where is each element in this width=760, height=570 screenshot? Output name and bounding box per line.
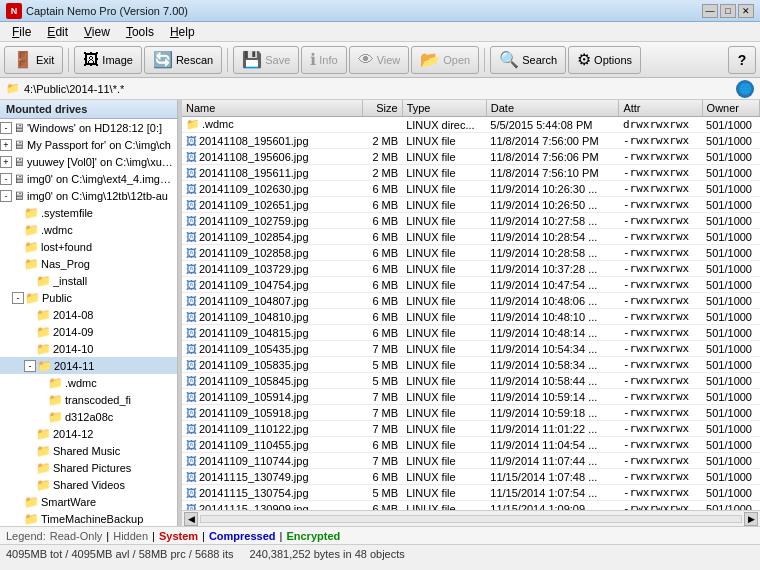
table-row[interactable]: 🖼20141108_195606.jpg2 MBLINUX file11/8/2… [182, 149, 760, 165]
table-row[interactable]: 🖼20141109_104810.jpg6 MBLINUX file11/9/2… [182, 309, 760, 325]
table-row[interactable]: 🖼20141109_104807.jpg6 MBLINUX file11/9/2… [182, 293, 760, 309]
exit-button[interactable]: 🚪 Exit [4, 46, 63, 74]
help-button[interactable]: ? [728, 46, 756, 74]
tree-toggle-windows[interactable]: - [0, 122, 12, 134]
cell-size: 5 MB [362, 485, 402, 501]
tree-item-shared_music[interactable]: 📁Shared Music [0, 442, 177, 459]
tree-item-2014-12[interactable]: 📁2014-12 [0, 425, 177, 442]
table-row[interactable]: 🖼20141109_105914.jpg7 MBLINUX file11/9/2… [182, 389, 760, 405]
menu-tools[interactable]: Tools [118, 23, 162, 41]
table-row[interactable]: 🖼20141115_130749.jpg6 MBLINUX file11/15/… [182, 469, 760, 485]
close-button[interactable]: ✕ [738, 4, 754, 18]
menu-file[interactable]: File [4, 23, 39, 41]
tree-label-public: Public [42, 292, 72, 304]
tree-item-systemfile[interactable]: 📁.systemfile [0, 204, 177, 221]
image-button[interactable]: 🖼 Image [74, 46, 142, 74]
horizontal-scrollbar[interactable]: ◀ ▶ [182, 510, 760, 526]
file-icon: 🖼 [186, 455, 197, 467]
info-button[interactable]: ℹ Info [301, 46, 346, 74]
table-row[interactable]: 🖼20141108_195601.jpg2 MBLINUX file11/8/2… [182, 133, 760, 149]
drive-icon-windows: 🖥 [13, 121, 25, 135]
tree-label-systemfile: .systemfile [41, 207, 93, 219]
table-row[interactable]: 🖼20141109_104815.jpg6 MBLINUX file11/9/2… [182, 325, 760, 341]
menu-view[interactable]: View [76, 23, 118, 41]
rescan-button[interactable]: 🔄 Rescan [144, 46, 222, 74]
tree-item-2014-10[interactable]: 📁2014-10 [0, 340, 177, 357]
cell-name: 🖼20141109_105835.jpg [182, 357, 362, 373]
table-row[interactable]: 🖼20141109_110455.jpg6 MBLINUX file11/9/2… [182, 437, 760, 453]
table-row[interactable]: 🖼20141109_105835.jpg5 MBLINUX file11/9/2… [182, 357, 760, 373]
minimize-button[interactable]: — [702, 4, 718, 18]
col-attr[interactable]: Attr [619, 100, 702, 117]
table-row[interactable]: 🖼20141109_104754.jpg6 MBLINUX file11/9/2… [182, 277, 760, 293]
tree-item-timemachine[interactable]: 📁TimeMachineBackup [0, 510, 177, 526]
menu-help[interactable]: Help [162, 23, 203, 41]
open-label: Open [443, 54, 470, 66]
cell-name: 🖼20141108_195606.jpg [182, 149, 362, 165]
tree-item-2014-09[interactable]: 📁2014-09 [0, 323, 177, 340]
table-row[interactable]: 🖼20141109_102759.jpg6 MBLINUX file11/9/2… [182, 213, 760, 229]
col-size[interactable]: Size [362, 100, 402, 117]
tree-item-passport[interactable]: +🖥My Passport for' on C:\img\ch [0, 136, 177, 153]
open-button[interactable]: 📂 Open [411, 46, 479, 74]
tree-item-d312a08c[interactable]: 📁d312a08c [0, 408, 177, 425]
tree-item-2014-08[interactable]: 📁2014-08 [0, 306, 177, 323]
table-row[interactable]: 🖼20141109_102630.jpg6 MBLINUX file11/9/2… [182, 181, 760, 197]
table-row[interactable]: 🖼20141109_102858.jpg6 MBLINUX file11/9/2… [182, 245, 760, 261]
table-row[interactable]: 📁.wdmcLINUX direc...5/5/2015 5:44:08 PMd… [182, 117, 760, 133]
table-row[interactable]: 🖼20141109_102854.jpg6 MBLINUX file11/9/2… [182, 229, 760, 245]
table-row[interactable]: 🖼20141109_103729.jpg6 MBLINUX file11/9/2… [182, 261, 760, 277]
tree-item-lost_found[interactable]: 📁lost+found [0, 238, 177, 255]
tree-item-wdmc[interactable]: 📁.wdmc [0, 221, 177, 238]
save-button[interactable]: 💾 Save [233, 46, 299, 74]
col-name[interactable]: Name [182, 100, 362, 117]
table-row[interactable]: 🖼20141109_105845.jpg5 MBLINUX file11/9/2… [182, 373, 760, 389]
tree-item-nas_prog[interactable]: 📁Nas_Prog [0, 255, 177, 272]
tree-toggle-img0_ext[interactable]: - [0, 173, 12, 185]
tree-toggle-yuuwey[interactable]: + [0, 156, 12, 168]
options-button[interactable]: ⚙ Options [568, 46, 641, 74]
table-row[interactable]: 🖼20141109_110122.jpg7 MBLINUX file11/9/2… [182, 421, 760, 437]
search-button[interactable]: 🔍 Search [490, 46, 566, 74]
maximize-button[interactable]: □ [720, 4, 736, 18]
col-date[interactable]: Date [486, 100, 619, 117]
file-icon: 🖼 [186, 375, 197, 387]
scroll-track[interactable] [200, 515, 742, 523]
tree-item-transcoded[interactable]: 📁transcoded_fi [0, 391, 177, 408]
table-row[interactable]: 🖼20141109_110744.jpg7 MBLINUX file11/9/2… [182, 453, 760, 469]
tree-toggle-public[interactable]: - [12, 292, 24, 304]
tree-toggle-2014-11[interactable]: - [24, 360, 36, 372]
tree-item-windows[interactable]: -🖥'Windows' on HD128:12 [0:] [0, 119, 177, 136]
col-owner[interactable]: Owner [702, 100, 759, 117]
table-row[interactable]: 🖼20141109_105918.jpg7 MBLINUX file11/9/2… [182, 405, 760, 421]
folder-icon-lost_found: 📁 [24, 240, 39, 254]
cell-date: 11/9/2014 10:48:10 ... [486, 309, 619, 325]
tree-item-wdmc2[interactable]: 📁.wdmc [0, 374, 177, 391]
cell-size: 7 MB [362, 421, 402, 437]
tree-item-yuuwey[interactable]: +🖥yuuwey [Vol0]' on C:\img\xuwe [0, 153, 177, 170]
table-header-row: Name Size Type Date Attr Owner [182, 100, 760, 117]
view-button[interactable]: 👁 View [349, 46, 410, 74]
cell-date: 11/9/2014 10:28:54 ... [486, 229, 619, 245]
tree-toggle-img0_12tb[interactable]: - [0, 190, 12, 202]
file-table-body: 📁.wdmcLINUX direc...5/5/2015 5:44:08 PMd… [182, 117, 760, 511]
tree-item-shared_videos[interactable]: 📁Shared Videos [0, 476, 177, 493]
tree-item-smartware[interactable]: 📁SmartWare [0, 493, 177, 510]
tree-item-img0_12tb[interactable]: -🖥img0' on C:\img\12tb\12tb-au [0, 187, 177, 204]
table-row[interactable]: 🖼20141115_130909.jpg6 MBLINUX file11/15/… [182, 501, 760, 511]
table-row[interactable]: 🖼20141108_195611.jpg2 MBLINUX file11/8/2… [182, 165, 760, 181]
tree-item-shared_pictures[interactable]: 📁Shared Pictures [0, 459, 177, 476]
tree-item-public[interactable]: -📁Public [0, 289, 177, 306]
tree-item-_install[interactable]: 📁_install [0, 272, 177, 289]
tree-toggle-passport[interactable]: + [0, 139, 12, 151]
folder-icon-2014-11: 📁 [37, 359, 52, 373]
scroll-left-button[interactable]: ◀ [184, 512, 198, 526]
tree-item-img0_ext[interactable]: -🖥img0' on C:\img\ext4_4.img [3: [0, 170, 177, 187]
col-type[interactable]: Type [402, 100, 486, 117]
scroll-right-button[interactable]: ▶ [744, 512, 758, 526]
table-row[interactable]: 🖼20141109_102651.jpg6 MBLINUX file11/9/2… [182, 197, 760, 213]
menu-edit[interactable]: Edit [39, 23, 76, 41]
table-row[interactable]: 🖼20141115_130754.jpg5 MBLINUX file11/15/… [182, 485, 760, 501]
table-row[interactable]: 🖼20141109_105435.jpg7 MBLINUX file11/9/2… [182, 341, 760, 357]
tree-item-2014-11[interactable]: -📁2014-11 [0, 357, 177, 374]
